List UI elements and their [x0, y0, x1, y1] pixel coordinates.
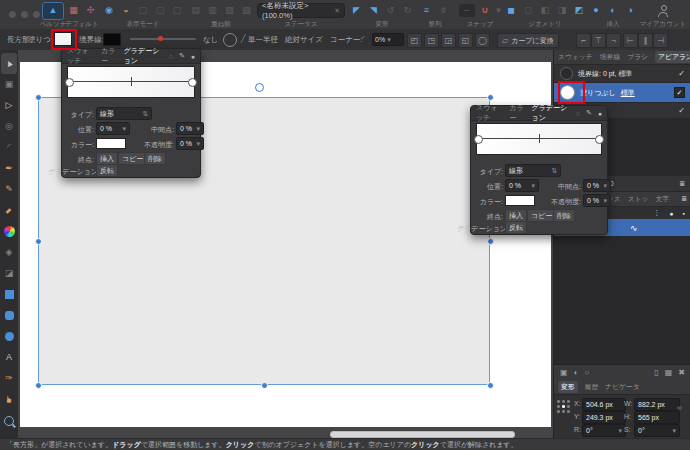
align-middle-button[interactable]: ∥ [638, 33, 653, 48]
color-wheel-tool[interactable] [1, 221, 17, 242]
rectangle-tool[interactable] [1, 284, 17, 305]
group-layers-icon[interactable]: ▦ [665, 368, 673, 377]
insert-inside-icon[interactable]: ◑ [624, 4, 637, 17]
stop-color-swatch[interactable] [96, 138, 126, 149]
fill-layer-icon[interactable]: ▣ [560, 368, 568, 377]
gradient-preview-bar[interactable] [476, 123, 602, 155]
document-title[interactable]: <名称未設定> (100.0%) ✕ [257, 3, 345, 18]
rotate-cw-icon[interactable]: ↻ [401, 4, 414, 17]
zoom-tool[interactable] [1, 410, 17, 431]
corner-dropdown-icon[interactable]: ▾ [387, 36, 391, 44]
shear-dropdown-icon[interactable]: ▾ [672, 427, 676, 435]
link-dimensions-icon[interactable]: ∞ [677, 404, 682, 411]
opacity-field[interactable]: 0 % ▾ [583, 194, 611, 207]
shear-field[interactable]: 0° ▾ [634, 424, 680, 437]
convert-to-curves-button[interactable]: ▱ カーブに変換 [497, 33, 559, 48]
distribute-icon[interactable]: ♯ [437, 4, 450, 17]
gradient-midpoint-tick[interactable] [131, 77, 132, 86]
snap-dropdown-icon[interactable]: ▾ [496, 4, 502, 17]
transparency-tool[interactable]: ◪ [1, 263, 17, 284]
ellipse-tool[interactable] [1, 326, 17, 347]
zoom-window-button[interactable] [33, 11, 40, 18]
rotation-field[interactable]: 0° ▾ [582, 424, 626, 437]
delete-stop-button[interactable]: 削除 [553, 209, 575, 222]
panel-menu-icon[interactable]: ≣ [679, 180, 685, 188]
new-layer-icon[interactable]: ▯ [654, 368, 658, 377]
close-window-button[interactable] [9, 11, 16, 18]
eyedropper-icon[interactable]: ✎ [586, 109, 592, 117]
copy-stop-button[interactable]: コピー [527, 209, 556, 222]
tab-stroke[interactable]: 境界線 [600, 52, 620, 62]
corner-radius-field[interactable]: 0% ▾ [372, 33, 404, 46]
pen-tool[interactable]: ✒ [1, 158, 17, 179]
tab-history[interactable]: 履歴 [585, 382, 599, 392]
gradient-stop-end[interactable] [188, 78, 197, 87]
fill-tool[interactable]: ◈ [1, 242, 17, 263]
corner-type-4-button[interactable]: ◱ [458, 33, 473, 48]
pixel-grid-icon[interactable]: ▦ [67, 4, 80, 17]
layers-list-empty[interactable] [554, 236, 690, 364]
absolute-size-label[interactable]: 絶対サイズ [285, 35, 323, 45]
delete-layer-icon[interactable]: ✖ [678, 368, 685, 377]
lock-icon[interactable]: ▪ [683, 210, 685, 217]
tab-appearance[interactable]: アピアランス [655, 51, 690, 63]
handle-bottom-center[interactable] [261, 382, 268, 389]
style-picker-tool[interactable]: ✑ [1, 368, 17, 389]
boolean-add-icon[interactable]: ◼ [505, 4, 518, 17]
adjustment-icon[interactable]: ◐ [574, 368, 579, 377]
stroke-color-swatch[interactable] [103, 33, 121, 46]
gradient-stop-start[interactable] [474, 135, 483, 144]
extra-visible-check-icon[interactable]: ✓ [678, 106, 685, 115]
minimize-window-button[interactable] [21, 11, 28, 18]
vector-view-icon[interactable]: ◉ [103, 4, 116, 17]
gradient-type-select[interactable]: 線形 ⇅ [505, 164, 561, 177]
align-top-button[interactable]: ⊢ [623, 33, 638, 48]
boolean-divide-icon[interactable]: ◨ [556, 4, 569, 17]
point-transform-tool[interactable]: ◎ [1, 116, 17, 137]
handle-top-left[interactable] [35, 94, 42, 101]
designer-persona-button[interactable]: ▲ [42, 2, 64, 20]
anchor-point-selector[interactable] [557, 400, 571, 414]
opacity-field[interactable]: 0 % ▾ [176, 137, 204, 150]
view-hand-tool[interactable]: ☛ [1, 389, 17, 410]
align-bottom-button[interactable]: ⊣ [653, 33, 668, 48]
node-tool[interactable]: ▷ [1, 95, 17, 116]
splitview-icon[interactable]: ▢ [171, 4, 184, 17]
artboard-tool[interactable]: ▣ [1, 74, 17, 95]
corner-type-3-button[interactable]: ◲ [441, 33, 456, 48]
rotation-handle[interactable] [255, 83, 264, 92]
tab-navigator[interactable]: ナビゲータ [605, 382, 640, 392]
tab-color[interactable]: カラー [509, 103, 525, 123]
midpoint-field[interactable]: 0 % ▾ [583, 179, 611, 192]
rounded-rectangle-tool[interactable] [1, 305, 17, 326]
stroke-visible-check-icon[interactable]: ✓ [678, 69, 685, 78]
my-account-icon[interactable] [658, 5, 668, 17]
move-tool[interactable]: ► [1, 53, 17, 74]
w-field[interactable]: 882.2 px [634, 398, 680, 411]
reverse-gradient-button[interactable]: 反転 [96, 164, 118, 177]
delete-stop-button[interactable]: 削除 [144, 152, 166, 165]
tab-transform[interactable]: 変形 [558, 381, 578, 393]
outline-view-icon[interactable]: ▢ [154, 4, 167, 17]
handle-top-right[interactable] [487, 94, 494, 101]
close-document-icon[interactable]: ✕ [334, 7, 340, 15]
boolean-combine-icon[interactable]: ◩ [573, 4, 586, 17]
rotation-dropdown-icon[interactable]: ▾ [618, 427, 622, 435]
stroke-slider-handle[interactable] [158, 36, 163, 41]
fill-visible-checkbox[interactable]: ✓ [674, 87, 685, 98]
corner-type-2-button[interactable]: ◳ [424, 33, 439, 48]
vector-brush-tool[interactable]: ▮ [1, 200, 17, 221]
insert-behind-icon[interactable]: ● [590, 4, 603, 17]
h-field[interactable]: 565 px [634, 411, 680, 424]
tab-gradient[interactable]: グラデーション [124, 46, 163, 66]
pixel-view-icon[interactable]: ◒ [120, 4, 133, 17]
gradient-preview-bar[interactable] [67, 66, 195, 98]
reverse-gradient-button[interactable]: 反転 [505, 221, 527, 234]
tab-character[interactable]: 文字 [656, 194, 670, 204]
midpoint-field[interactable]: 0 % ▾ [176, 122, 204, 135]
corner-type-1-button[interactable]: ◰ [407, 33, 422, 48]
stroke-panel-button[interactable] [223, 33, 237, 47]
tab-gradient[interactable]: グラデーション [532, 103, 570, 123]
current-color-icon[interactable]: ● [598, 110, 602, 117]
layer-fx-icon[interactable]: ○ [584, 368, 589, 377]
